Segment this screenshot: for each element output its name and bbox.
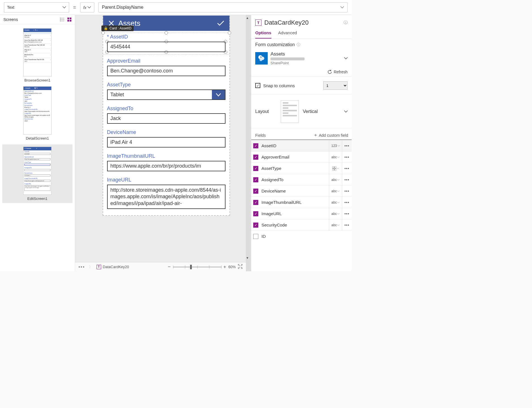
field-checkbox[interactable]: ✓ <box>253 223 258 228</box>
field-checkbox[interactable]: ✓ <box>253 234 258 239</box>
scroll-down-icon[interactable]: ▾ <box>246 256 248 260</box>
card-input[interactable]: Jack <box>107 113 225 124</box>
field-checkbox[interactable]: ✓ <box>253 211 258 216</box>
properties-panel: T DataCardKey20 ⓘ Options Advanced Form … <box>251 15 352 271</box>
card-textarea[interactable]: http://store.storeimages.cdn-apple.com/8… <box>107 185 225 209</box>
field-type-selector[interactable]: abc <box>329 174 342 185</box>
field-checkbox[interactable]: ✓ <box>253 166 258 171</box>
formula-bar: Text = fx Parent.DisplayName <box>0 0 352 15</box>
field-type-selector[interactable]: abc <box>329 151 342 163</box>
breadcrumb-item[interactable]: DataCardKey20 <box>103 265 129 269</box>
field-more-button[interactable]: ••• <box>342 185 352 196</box>
field-more-button[interactable]: ••• <box>342 163 352 174</box>
snap-to-columns-checkbox[interactable]: Snap to columns <box>255 83 295 88</box>
field-more-button[interactable]: ••• <box>342 219 352 230</box>
more-icon[interactable]: ••• <box>78 264 85 270</box>
field-row-assetid[interactable]: ✓AssetID123••• <box>251 140 352 151</box>
svg-point-5 <box>60 21 61 21</box>
checkbox-icon <box>255 83 260 88</box>
svg-point-12 <box>259 58 262 61</box>
card-input[interactable]: 4545444 <box>107 42 225 52</box>
field-row-imagethumbnailurl[interactable]: ✓ImageThumbnailURLabc••• <box>251 196 352 208</box>
form-card-assetid[interactable]: AssetID4545444🔒Card : AssetID <box>103 33 229 55</box>
list-view-icon[interactable] <box>60 18 65 22</box>
svg-rect-6 <box>67 18 69 19</box>
field-type-selector[interactable]: abc <box>329 219 342 230</box>
fit-screen-icon[interactable] <box>238 264 242 270</box>
field-type-selector[interactable]: abc <box>329 208 342 219</box>
field-checkbox[interactable]: ✓ <box>253 177 258 182</box>
form-card-approveremail[interactable]: ApproverEmailBen.Change@contoso.com <box>107 57 225 78</box>
zoom-slider[interactable] <box>173 266 221 268</box>
columns-count-select[interactable]: 1 <box>323 81 348 90</box>
svg-text:S: S <box>260 56 262 59</box>
field-more-button[interactable]: ••• <box>342 151 352 163</box>
fx-indicator[interactable]: fx <box>80 2 94 12</box>
field-checkbox[interactable]: ✓ <box>253 189 258 194</box>
grid-view-icon[interactable] <box>67 18 71 22</box>
check-icon[interactable] <box>217 20 224 26</box>
field-row-securitycode[interactable]: ✓SecurityCodeabc••• <box>251 219 352 230</box>
app-preview: Assets AssetID4545444🔒Card : AssetIDAppr… <box>103 16 230 216</box>
field-more-button[interactable]: ••• <box>342 174 352 185</box>
field-type-selector[interactable]: 123 <box>329 140 342 151</box>
card-input[interactable]: Ben.Change@contoso.com <box>107 66 225 76</box>
tab-advanced[interactable]: Advanced <box>278 28 297 39</box>
form-card-assignedto[interactable]: AssignedToJack <box>107 104 225 126</box>
field-row-assignedto[interactable]: ✓AssignedToabc••• <box>251 174 352 185</box>
svg-point-3 <box>60 18 61 18</box>
card-input[interactable]: https://www.apple.com/br/pr/products/im <box>107 161 225 171</box>
screen-thumbnail-browse[interactable]: Assets ○ ↻ + iPad Air 2Miranda› Asus Zen… <box>2 28 73 82</box>
add-custom-field-button[interactable]: ＋ Add custom field <box>313 132 348 138</box>
zoom-out-button[interactable]: − <box>168 264 171 270</box>
field-checkbox[interactable]: ✓ <box>253 200 258 205</box>
help-icon[interactable]: ⓘ <box>344 20 348 25</box>
form-card-assettype[interactable]: AssetTypeTablet <box>107 81 225 102</box>
formula-expression: Parent.DisplayName <box>102 5 144 10</box>
card-select[interactable]: Tablet <box>107 89 225 100</box>
property-dropdown[interactable]: Text <box>4 2 69 12</box>
svg-rect-8 <box>67 20 69 22</box>
field-name: DeviceName <box>260 189 329 193</box>
field-more-button[interactable]: ••• <box>342 140 352 151</box>
field-row-approveremail[interactable]: ✓ApproverEmailabc••• <box>251 151 352 163</box>
field-row-imageurl[interactable]: ✓ImageURLabc••• <box>251 208 352 219</box>
field-type-selector[interactable]: abc <box>329 185 342 196</box>
layout-dropdown[interactable]: Vertical <box>299 109 348 114</box>
field-checkbox[interactable]: ✓ <box>253 155 258 160</box>
data-source-selector[interactable]: S Assets SharePoint <box>251 50 352 69</box>
zoom-in-button[interactable]: + <box>224 264 226 270</box>
scroll-up-icon[interactable]: ▴ <box>246 16 248 20</box>
form-card-imagethumbnailurl[interactable]: ImageThumbnailURLhttps://www.apple.com/b… <box>107 152 225 174</box>
field-more-button[interactable]: ••• <box>342 208 352 219</box>
field-type-selector[interactable]: abc <box>329 197 342 208</box>
screen-thumbnail-edit[interactable]: ✕ Assets ✓ AssetID4545444 ApproverEmailB… <box>2 144 73 203</box>
type-icon: T <box>255 20 261 26</box>
svg-rect-17 <box>335 169 336 170</box>
svg-rect-15 <box>335 166 336 168</box>
svg-rect-9 <box>70 20 71 22</box>
field-row-assettype[interactable]: ✓AssetType••• <box>251 163 352 174</box>
chevron-down-icon <box>344 110 348 113</box>
refresh-button[interactable]: Refresh <box>251 69 352 77</box>
form-card-devicename[interactable]: DeviceNameiPad Air 4 <box>107 128 225 150</box>
add-custom-label: Add custom field <box>319 133 348 138</box>
card-label: AssetType <box>107 82 225 88</box>
canvas-scrollbar[interactable]: ▴ ▾ <box>246 15 251 271</box>
status-bar: ••• 〉 T DataCardKey20 − + 60% <box>75 262 246 271</box>
tab-options[interactable]: Options <box>255 28 271 39</box>
help-icon[interactable]: ⓘ <box>297 42 300 47</box>
svg-rect-14 <box>332 166 334 168</box>
form-card-imageurl[interactable]: ImageURLhttp://store.storeimages.cdn-app… <box>107 176 225 211</box>
field-row-id[interactable]: ✓ID <box>251 230 352 242</box>
section-form-customization: Form customization <box>255 42 295 47</box>
field-name: AssignedTo <box>260 177 329 182</box>
svg-rect-7 <box>70 18 71 19</box>
field-more-button[interactable]: ••• <box>342 197 352 208</box>
formula-input[interactable]: Parent.DisplayName <box>98 2 348 12</box>
field-checkbox[interactable]: ✓ <box>253 143 258 148</box>
field-row-devicename[interactable]: ✓DeviceNameabc••• <box>251 185 352 196</box>
screen-thumbnail-detail[interactable]: ‹ Assets 🗑 ✎ ApproverEmailBen.Change@con… <box>2 86 73 140</box>
card-input[interactable]: iPad Air 4 <box>107 137 225 148</box>
field-type-selector[interactable] <box>329 163 342 174</box>
